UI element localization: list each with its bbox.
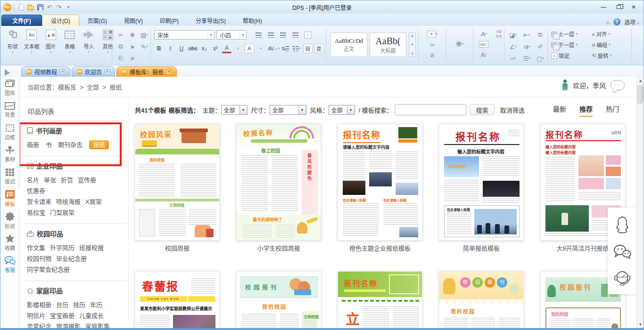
menu-tab-view[interactable]: 视图(V)	[116, 15, 151, 26]
fill-color-button[interactable]: ◪▾	[507, 30, 519, 40]
cancel-filter-button[interactable]: 取消筛选	[500, 105, 525, 114]
template-card-campus-journal-yellow[interactable]: 校 园 报 刊 我的校园	[439, 271, 524, 328]
italic-button[interactable]: I	[165, 44, 175, 53]
template-card-primary-school-weekly[interactable]: 校报名称 春之校园 春风的颜色 春天的闹钟响了 小学生校园周报	[236, 124, 321, 257]
subscript-button[interactable]: x₂	[199, 44, 209, 53]
insert-other-button[interactable]: 5▦✶▶ 其他▾	[99, 28, 116, 54]
catalog-link[interactable]: 挂历	[73, 301, 85, 308]
text-effect-button[interactable]: A▾	[476, 29, 492, 39]
open-file-button[interactable]	[26, 2, 35, 12]
catalog-link[interactable]: 易拉宝	[27, 209, 45, 216]
scroll-down-icon[interactable]: ▼	[637, 321, 644, 328]
catalog-link[interactable]: 贺卡请柬	[27, 198, 51, 205]
catalog-link[interactable]: 折页	[61, 177, 73, 184]
superscript-button[interactable]: x²	[211, 44, 220, 53]
catalog-link[interactable]: 旅游摄影	[56, 323, 81, 328]
spacing-button[interactable]: 距	[314, 44, 324, 53]
delete-button[interactable]: ✕	[127, 53, 138, 64]
align-objects-button[interactable]: ⫢对齐▾	[592, 30, 631, 38]
dash-style-button[interactable]: ┅▾	[507, 53, 519, 64]
template-card-campus-weekly[interactable]: 校园风采 我的校园 文明校园 校园周报	[135, 124, 220, 257]
sidebar-item-favorites[interactable]: 收藏	[0, 232, 19, 254]
theme-select[interactable]: 全部▼	[221, 105, 248, 115]
font-family-select[interactable]: 宋体▼	[154, 30, 215, 40]
template-card-newspaper-green-field[interactable]: 报刊名称 立	[338, 271, 422, 328]
case-toggle-button[interactable]: Abb↯	[494, 29, 505, 39]
hyperlink-button[interactable]: ∞	[423, 39, 442, 49]
catalog-link-book[interactable]: 书	[46, 141, 52, 148]
template-card-orange-business-newspaper[interactable]: 报刊名称 请输入您的标题文字内容 在此请输入标题 在此请输入标题 橙色主题企业报…	[338, 124, 422, 257]
group-objects-button[interactable]: ⧈编组▾	[592, 40, 631, 49]
cut-button[interactable]: ✂	[116, 30, 126, 40]
insert-image-button[interactable]: ▲⊕ 图片▾	[42, 28, 59, 54]
catalog-link[interactable]: 影楼相册	[27, 301, 51, 308]
scrollbar-thumb[interactable]	[637, 85, 643, 104]
columns-button[interactable]: ▾	[292, 44, 301, 53]
effects-gear-button[interactable]: ❋▾	[449, 38, 470, 49]
catalog-link[interactable]: 校园刊物	[27, 255, 51, 262]
import-button[interactable]: 导入▾	[80, 28, 97, 54]
sort-tab-recommended[interactable]: 推荐	[579, 104, 593, 117]
vertical-text-button[interactable]: ↕	[302, 30, 313, 40]
sidebar-item-customer-service[interactable]: 客服	[0, 254, 19, 276]
rotate-button[interactable]: ⟲旋转▾	[592, 51, 631, 60]
catalog-link[interactable]: 喷绘海报	[56, 198, 81, 205]
menu-tab-page[interactable]: 页面(G)	[79, 15, 116, 26]
catalog-link[interactable]: 宝宝画册	[50, 312, 74, 319]
shadow-button[interactable]: ▢▾	[534, 53, 546, 64]
spellcheck-button[interactable]: ABC	[476, 39, 492, 49]
justify-button[interactable]	[290, 30, 300, 40]
line-spacing-button[interactable]: ⇅	[281, 44, 290, 53]
insert-table-button[interactable]: 表格▾	[61, 28, 78, 54]
sidebar-item-layout[interactable]: 版式	[0, 165, 19, 187]
doc-tab-welcome[interactable]: DPS 欢迎页 ×	[72, 66, 115, 77]
align-right-button[interactable]	[278, 30, 288, 40]
menu-tab-share-export[interactable]: 分享导出(S)	[187, 15, 234, 26]
catalog-link[interactable]: 名片	[27, 177, 39, 184]
font-color-button[interactable]: A	[222, 44, 231, 53]
sidebar-item-material[interactable]: 素材	[0, 143, 19, 165]
catalog-link[interactable]: 升学简历	[50, 244, 74, 251]
style-select[interactable]: 全部▼	[329, 105, 355, 115]
insert-shape-button[interactable]: 形状▾	[4, 28, 21, 54]
collapse-ribbon-icon[interactable]: △	[606, 20, 610, 24]
character-border-dropdown[interactable]: ▾	[256, 44, 265, 53]
remove-link-button[interactable]: ⌀	[423, 49, 442, 60]
layers-button[interactable]: ⧉	[534, 30, 546, 40]
undo-button[interactable]: ↶	[45, 2, 54, 12]
restore-button[interactable]	[611, 2, 626, 12]
distribute-button[interactable]: ⇉▾	[520, 41, 533, 52]
search-button[interactable]: 搜索	[470, 104, 495, 115]
catalog-link[interactable]: 家庭影集	[85, 323, 110, 328]
bring-forward-button[interactable]: 上一层▾	[551, 30, 592, 38]
catalog-link[interactable]: 年历	[90, 301, 102, 308]
minimize-button[interactable]: —	[596, 2, 611, 12]
picture-edit-button[interactable]: ▧▾	[139, 30, 149, 40]
save-button[interactable]	[35, 2, 45, 12]
catalog-link[interactable]: 单张	[44, 177, 56, 184]
catalog-link[interactable]: 儿童成长	[79, 312, 104, 319]
options-menu[interactable]: 选项 ▾	[624, 18, 639, 26]
paste-button[interactable]: ⎗	[116, 53, 126, 64]
doc-tab-video-tutorial[interactable]: DPS 视频教程 ×	[21, 66, 70, 77]
font-size-select[interactable]: 小四▼	[216, 30, 247, 40]
arrow-style-button[interactable]: ⇤▾	[520, 30, 533, 40]
breadcrumb-newspaper[interactable]: 报纸	[109, 84, 122, 91]
sidebar-item-background[interactable]: 背景	[0, 99, 19, 121]
format-pen-button[interactable]: ✎▾	[139, 41, 149, 52]
paragraph-button[interactable]: 段	[303, 44, 313, 53]
menu-tab-help[interactable]: 帮助(H)	[234, 15, 271, 26]
text-wrap-button[interactable]: ✕▾	[423, 29, 442, 39]
template-card-simple-newspaper[interactable]: 报刊名称 输入您的标题文字内容 点击替换图片 在此请输入标题 简单报纸模板	[439, 124, 524, 257]
catalog-link[interactable]: 同学聚会纪念册	[27, 266, 70, 273]
sidebar-item-border[interactable]: 边框	[0, 121, 19, 143]
catalog-link-newspaper-active[interactable]: 报纸	[89, 140, 109, 149]
sidebar-item-shape[interactable]: 形状	[0, 209, 19, 232]
catalog-link[interactable]: 毕业纪念册	[56, 255, 87, 262]
underline-button[interactable]: U	[177, 44, 186, 53]
sort-tab-newest[interactable]: 最新	[553, 104, 566, 117]
catalog-link[interactable]: 优惠券	[27, 187, 45, 194]
catalog-link[interactable]: 班报校报	[79, 244, 104, 251]
breadcrumb-all[interactable]: 全部	[87, 84, 99, 91]
style-normal-text[interactable]: AaBbCcDd 正文	[330, 32, 367, 57]
